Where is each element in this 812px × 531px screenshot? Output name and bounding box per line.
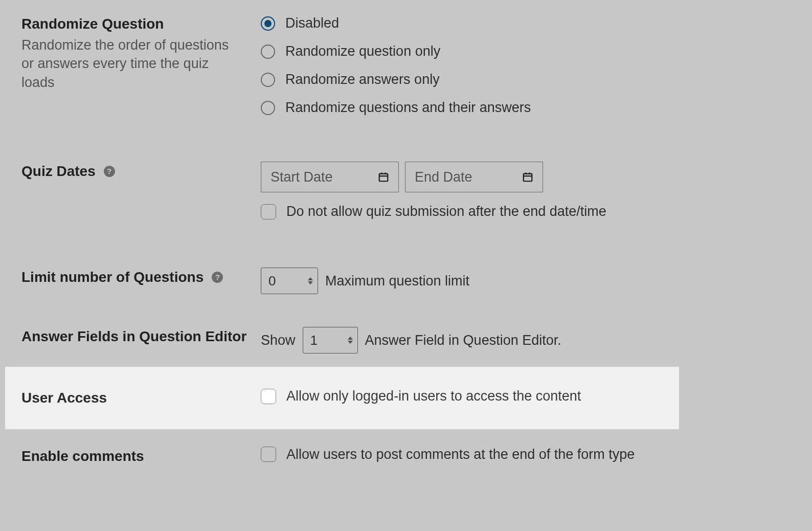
checkbox-icon — [261, 389, 276, 404]
setting-title-quiz-dates: Quiz Dates ? — [21, 162, 261, 181]
placeholder-text: Start Date — [270, 169, 333, 185]
radio-option-answers-only[interactable]: Randomize answers only — [261, 72, 791, 87]
start-date-input[interactable]: Start Date — [261, 162, 399, 192]
input-value: 1 — [310, 333, 318, 348]
label-column: Answer Fields in Question Editor — [21, 327, 261, 346]
radio-icon — [261, 16, 275, 31]
control-column: 0 Maximum question limit — [261, 268, 791, 294]
answer-fields-count-input[interactable]: 1 — [303, 327, 358, 353]
help-icon[interactable]: ? — [212, 272, 223, 283]
setting-row-randomize-question: Randomize Question Randomize the order o… — [0, 0, 812, 140]
radio-option-disabled[interactable]: Disabled — [261, 15, 791, 31]
setting-row-user-access: User Access Allow only logged-in users t… — [5, 367, 679, 429]
radio-option-question-only[interactable]: Randomize question only — [261, 43, 791, 59]
date-inputs: Start Date End Date — [261, 162, 791, 192]
no-submission-after-end-checkbox[interactable]: Do not allow quiz submission after the e… — [261, 204, 791, 219]
checkbox-label: Allow users to post comments at the end … — [286, 447, 635, 462]
control-column: Show 1 Answer Field in Question Editor. — [261, 327, 791, 353]
setting-row-enable-comments: Enable comments Allow users to post comm… — [0, 429, 812, 497]
setting-row-answer-fields: Answer Fields in Question Editor Show 1 … — [0, 308, 812, 367]
calendar-icon — [378, 171, 389, 183]
setting-row-limit-questions: Limit number of Questions ? 0 Maximum qu… — [0, 241, 812, 308]
user-access-checkbox[interactable]: Allow only logged-in users to access the… — [261, 388, 658, 404]
label-column: Enable comments — [21, 447, 261, 466]
control-column: Allow only logged-in users to access the… — [261, 388, 658, 404]
enable-comments-checkbox[interactable]: Allow users to post comments at the end … — [261, 447, 791, 462]
setting-title-answer-fields: Answer Fields in Question Editor — [21, 327, 261, 346]
end-date-input[interactable]: End Date — [405, 162, 543, 192]
label-column: Quiz Dates ? — [21, 162, 261, 181]
label-column: Randomize Question Randomize the order o… — [21, 14, 261, 92]
setting-title-enable-comments: Enable comments — [21, 447, 261, 466]
radio-icon — [261, 45, 275, 59]
setting-row-quiz-dates: Quiz Dates ? Start Date — [0, 140, 812, 241]
radio-label: Randomize questions and their answers — [285, 100, 531, 116]
title-text: Limit number of Questions — [21, 268, 204, 287]
stepper-icon — [346, 333, 354, 347]
svg-rect-0 — [379, 174, 388, 182]
radio-label: Randomize question only — [285, 43, 440, 59]
placeholder-text: End Date — [415, 169, 472, 185]
stepper-icon — [306, 274, 314, 288]
randomize-radio-group: Disabled Randomize question only Randomi… — [261, 15, 791, 116]
help-icon[interactable]: ? — [104, 166, 115, 177]
answer-fields-inline: Show 1 Answer Field in Question Editor. — [261, 327, 791, 353]
suffix-text: Maximum question limit — [325, 273, 469, 289]
control-column: Allow users to post comments at the end … — [261, 447, 791, 462]
setting-title-user-access: User Access — [21, 388, 261, 408]
suffix-text: Answer Field in Question Editor. — [365, 333, 561, 348]
radio-label: Disabled — [285, 15, 339, 31]
setting-description-randomize: Randomize the order of questions or answ… — [21, 36, 236, 92]
radio-icon — [261, 73, 275, 87]
calendar-icon — [522, 171, 533, 183]
radio-label: Randomize answers only — [285, 72, 440, 87]
checkbox-icon — [261, 204, 276, 219]
checkbox-label: Do not allow quiz submission after the e… — [286, 204, 606, 219]
setting-title-randomize: Randomize Question — [21, 14, 261, 34]
input-value: 0 — [268, 273, 276, 289]
radio-option-questions-and-answers[interactable]: Randomize questions and their answers — [261, 100, 791, 116]
label-column: User Access — [21, 388, 261, 408]
control-column: Start Date End Date — [261, 162, 791, 219]
label-column: Limit number of Questions ? — [21, 268, 261, 287]
svg-rect-4 — [524, 174, 532, 182]
limit-inline: 0 Maximum question limit — [261, 268, 791, 294]
checkbox-icon — [261, 447, 276, 462]
title-text: Quiz Dates — [21, 162, 96, 181]
radio-icon — [261, 101, 275, 115]
question-limit-input[interactable]: 0 — [261, 268, 318, 294]
checkbox-label: Allow only logged-in users to access the… — [286, 388, 581, 404]
setting-title-limit-questions: Limit number of Questions ? — [21, 268, 261, 287]
control-column: Disabled Randomize question only Randomi… — [261, 14, 791, 116]
prefix-text: Show — [261, 333, 296, 348]
